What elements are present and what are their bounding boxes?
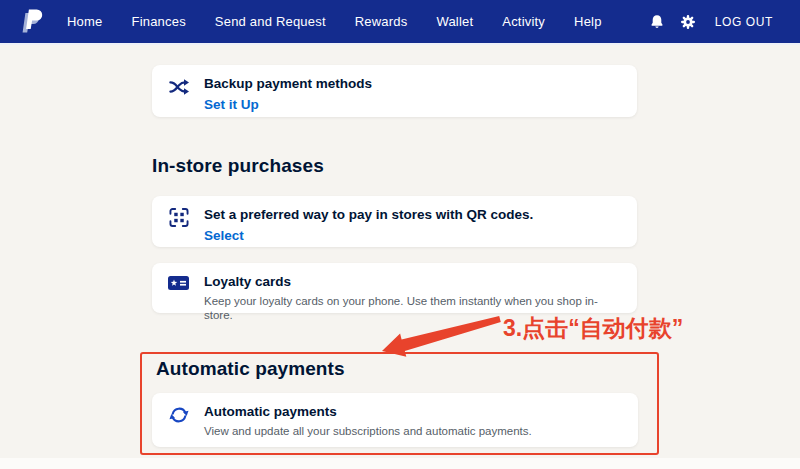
loyalty-card-icon <box>168 275 190 291</box>
nav-item-send-and-request[interactable]: Send and Request <box>215 14 326 29</box>
automatic-payments-card[interactable]: Automatic payments View and update all y… <box>152 393 638 447</box>
wallet-content: Backup payment methods Set it Up In-stor… <box>0 45 800 469</box>
top-nav-bar: Home Finances Send and Request Rewards W… <box>0 0 800 45</box>
qr-scan-icon <box>168 208 190 227</box>
annotation-highlight-box: Automatic payments Automatic payments Vi… <box>140 352 659 455</box>
backup-payment-methods-card[interactable]: Backup payment methods Set it Up <box>152 65 637 117</box>
nav-item-help[interactable]: Help <box>574 14 602 29</box>
loyalty-cards-card[interactable]: Loyalty cards Keep your loyalty cards on… <box>152 263 637 313</box>
nav-item-wallet[interactable]: Wallet <box>436 14 473 29</box>
sync-icon <box>168 405 190 425</box>
nav-item-activity[interactable]: Activity <box>502 14 545 29</box>
loyalty-card-title: Loyalty cards <box>204 273 621 291</box>
automatic-payments-card-subtitle: View and update all your subscriptions a… <box>204 424 532 439</box>
card-text-block: Backup payment methods Set it Up <box>204 75 372 113</box>
in-store-purchases-heading: In-store purchases <box>152 155 324 177</box>
card-text-block: Set a preferred way to pay in stores wit… <box>204 206 533 244</box>
automatic-payments-card-title: Automatic payments <box>204 403 532 421</box>
annotation-step-label: 3.点击“自动付款” <box>503 313 683 344</box>
paypal-logo-icon[interactable] <box>20 8 43 36</box>
nav-item-rewards[interactable]: Rewards <box>355 14 408 29</box>
set-it-up-link[interactable]: Set it Up <box>204 97 259 112</box>
qr-codes-card[interactable]: Set a preferred way to pay in stores wit… <box>152 196 637 247</box>
settings-gear-icon[interactable] <box>680 14 696 30</box>
logout-button[interactable]: LOG OUT <box>715 15 773 29</box>
nav-item-finances[interactable]: Finances <box>131 14 185 29</box>
card-text-block: Automatic payments View and update all y… <box>204 403 532 438</box>
nav-item-home[interactable]: Home <box>67 14 102 29</box>
paypal-wallet-page: Home Finances Send and Request Rewards W… <box>0 0 800 469</box>
backup-card-title: Backup payment methods <box>204 75 372 93</box>
main-nav: Home Finances Send and Request Rewards W… <box>67 14 602 29</box>
qr-card-title: Set a preferred way to pay in stores wit… <box>204 206 533 224</box>
automatic-payments-heading: Automatic payments <box>156 358 345 380</box>
notifications-bell-icon[interactable] <box>649 14 665 30</box>
nav-right-controls: LOG OUT <box>649 14 800 30</box>
select-link[interactable]: Select <box>204 228 244 243</box>
page-bottom-strip <box>0 458 800 469</box>
shuffle-icon <box>168 77 190 97</box>
